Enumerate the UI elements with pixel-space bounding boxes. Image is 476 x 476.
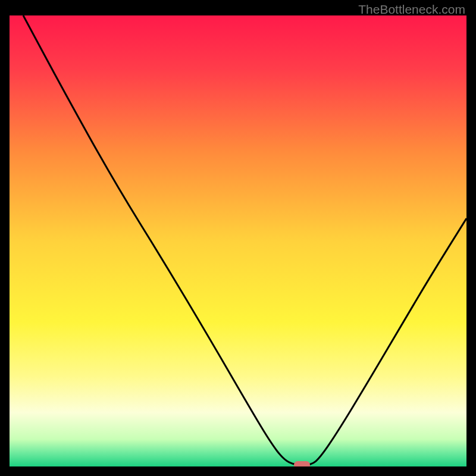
chart-plot-area [10,15,466,466]
watermark-text: TheBottleneck.com [358,2,465,17]
chart-background [10,15,466,466]
optimal-marker [294,461,310,466]
chart-svg [10,15,466,466]
